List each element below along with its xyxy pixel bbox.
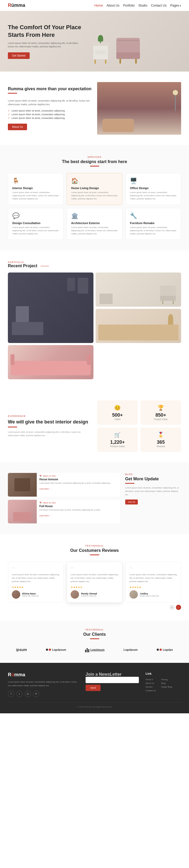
service-desc-furniture: Lorem ipsum dolor sit amet, consectetur …	[130, 226, 177, 236]
about-cta-button[interactable]: About Us	[8, 124, 27, 130]
newsletter-title: Join a NewsLetter	[85, 672, 139, 677]
light-chair-deco	[160, 286, 176, 304]
nav-about[interactable]: About Us	[107, 4, 119, 7]
frame-decoration	[78, 278, 88, 293]
about-red-line	[8, 93, 17, 94]
blog-learn-more-1[interactable]: Learn More →	[39, 488, 51, 490]
footer-link-about[interactable]: About Us	[145, 682, 156, 684]
social-instagram[interactable]: in	[25, 691, 31, 697]
hero-cta-button[interactable]: Get Started	[8, 52, 30, 59]
portfolio-item-2[interactable]	[96, 273, 181, 307]
table-legs	[93, 60, 108, 64]
social-pinterest[interactable]: P	[33, 691, 39, 697]
testimonials-section: Testimonial Our Costumers Reviews " Lore…	[0, 534, 189, 620]
about-text: Rumma gives more than your expectation L…	[8, 87, 92, 130]
about-section: Rumma gives more than your expectation L…	[0, 71, 189, 145]
plant-decoration	[98, 35, 103, 41]
footer-copyright: © 2021 Rumma. All Rights Reserved.	[8, 702, 181, 708]
service-card-home: 🏠 Home Living Design Lorem ipsum dolor s…	[67, 173, 122, 205]
footer-link-blog[interactable]: Blog	[161, 682, 172, 684]
portfolio-item-4[interactable]	[8, 345, 93, 379]
blog-sidebar-label: Blog	[125, 473, 181, 475]
author-name-3: Andiny	[140, 592, 158, 595]
testimonials-title: Our Costumers Reviews	[8, 548, 181, 553]
frame-decoration-2	[67, 278, 75, 291]
hero-furniture-decoration	[81, 19, 150, 64]
chair-seat	[116, 52, 140, 59]
blog-learn-more-2[interactable]: Learn More →	[39, 515, 51, 517]
nav-studio[interactable]: Studio	[138, 4, 147, 7]
nav-pages[interactable]: Pages	[170, 4, 181, 7]
table-top	[91, 43, 110, 45]
footer: Rümma Lorem ipsum dolor sit amet, consec…	[0, 663, 189, 713]
dot-5-red	[160, 649, 162, 651]
room-image-decoration	[97, 82, 181, 135]
chair-leg-1	[119, 59, 121, 64]
service-card-office: 🖥️ Office Design Lorem ipsum dolor sit a…	[125, 173, 181, 205]
hero-description: Lorem ipsum dolor sit amet, consectetur …	[8, 41, 81, 49]
footer-link-home[interactable]: Home 0	[145, 678, 156, 681]
furniture-icon: 🔧	[130, 213, 177, 219]
calendar-icon-1: 📅	[39, 475, 42, 477]
sales-number: 1,220+	[101, 439, 134, 445]
home-icon: 🏠	[71, 178, 118, 184]
blog-post-content-1: 📅 March 13, 2021 House Immune Lorem ipsu…	[39, 473, 113, 497]
view-all-button[interactable]: View All	[125, 499, 138, 504]
footer-links: Link Home 0 About Us Service Contact Us …	[145, 672, 181, 697]
client-logo-2: Logolpsum	[46, 648, 66, 651]
project-number: 850+	[145, 412, 177, 418]
portfolio-item-3[interactable]	[96, 309, 181, 343]
client-logo-4: Logolpsum	[124, 648, 138, 651]
logo[interactable]: Rümma	[8, 3, 25, 8]
author-info-2: Randy Ahmad A work in USA 123	[81, 592, 97, 597]
chair-back-detail	[118, 40, 139, 41]
author-role-3: Dream Job in USA 123	[140, 595, 158, 597]
footer-brand: Rümma Lorem ipsum dolor sit amet, consec…	[8, 672, 79, 697]
blog-post-image-2	[8, 500, 37, 523]
footer-link-contact[interactable]: Contact Us	[145, 689, 156, 692]
service-card-furniture: 🔧 Furniture Remake Lorem ipsum dolor sit…	[125, 208, 181, 240]
services-section: Services The best designs start from her…	[0, 145, 189, 250]
footer-link-singer[interactable]: Singer Blog	[161, 686, 172, 688]
service-desc-home: Lorem ipsum dolor sit amet, consectetur …	[71, 191, 118, 200]
footer-link-pricing[interactable]: Pricing	[161, 678, 172, 681]
logo-dots-5	[157, 649, 162, 651]
testimonial-prev-button[interactable]: ‹	[169, 605, 175, 610]
nav-home[interactable]: Home	[95, 4, 103, 7]
portfolio-grid	[8, 273, 181, 379]
services-header: Services The best designs start from her…	[8, 156, 181, 166]
portfolio-image-4	[8, 345, 93, 379]
about-description: Lorem ipsum dolor sit amet, consectetur …	[8, 99, 92, 106]
nav-contact[interactable]: Contact Us	[151, 4, 166, 7]
side-table-deco	[100, 293, 113, 304]
project-label: Project Clear	[145, 418, 177, 421]
about-image	[97, 82, 181, 135]
about-features: Lorem ipsum dolor sit amet, consectetur …	[8, 109, 92, 120]
dot-1	[46, 649, 48, 651]
social-twitter[interactable]: t	[16, 691, 23, 697]
bar-1	[85, 650, 86, 652]
clients-label: Testimonial	[8, 628, 181, 631]
architecture-icon: 🏛️	[71, 213, 118, 219]
dot-5-1	[157, 649, 159, 651]
portfolio-item-1[interactable]	[8, 273, 93, 343]
newsletter-input[interactable]	[85, 677, 139, 683]
footer-newsletter: Join a NewsLetter Send	[85, 672, 139, 697]
service-desc-interior: Lorem ipsum dolor sit amet, consectetur …	[12, 191, 59, 200]
testimonial-next-button[interactable]: ›	[176, 605, 181, 610]
table-line3	[95, 54, 106, 54]
nav-portfolio[interactable]: Portfolio	[123, 4, 135, 7]
testimonial-author-2: Randy Ahmad A work in USA 123	[71, 590, 118, 599]
service-name-consultation: Design Consultation	[12, 221, 59, 225]
social-facebook[interactable]: f	[8, 691, 14, 697]
footer-link-service[interactable]: Service	[145, 686, 156, 688]
monitor-decoration	[16, 306, 29, 322]
stats-grid: 😊 500+ Client 🏆 850+ Project Clear 🛒 1,2…	[97, 400, 181, 452]
experience-label: Experience	[8, 415, 92, 417]
blog-post-image-1	[8, 473, 37, 497]
service-name-architecture: Architecture Exterior	[71, 221, 118, 225]
blog-post-2: 📅 March 13, 2021 Full House Full House L…	[8, 500, 120, 523]
testimonial-text-1: Lorem ipsum dolor sit amet, consectetur …	[12, 573, 60, 583]
newsletter-button[interactable]: Send	[85, 685, 101, 691]
logo-text-4: Logolpsum	[124, 648, 138, 651]
